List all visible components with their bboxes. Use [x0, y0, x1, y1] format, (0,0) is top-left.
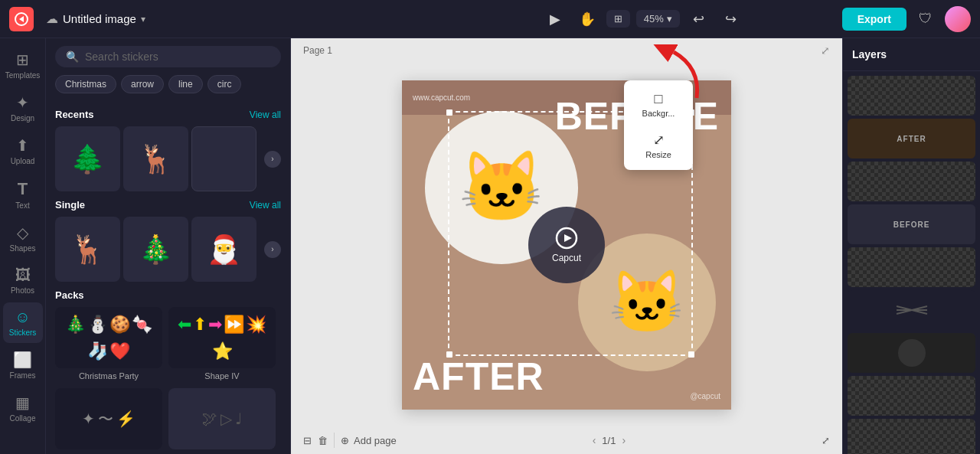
shapes-icon: ◇	[17, 224, 28, 242]
layer-item[interactable]	[848, 290, 975, 330]
sticker-reindeer-2[interactable]: 🦌	[55, 217, 120, 282]
pack-grid-2: ✦ 〜 ⚡ INS Creative Graphics 🕊 ▷ ♩ Black …	[55, 388, 281, 454]
layers-panel: Layers AFTER BEFORE	[842, 38, 980, 454]
title-chevron[interactable]: ▾	[141, 14, 145, 24]
packs-title: Packs	[55, 289, 84, 301]
pack-ins[interactable]: ✦ 〜 ⚡ INS Creative Graphics	[55, 388, 162, 454]
layer-item[interactable]: BEFORE	[848, 204, 975, 244]
delete-btn[interactable]: 🗑	[318, 435, 328, 446]
layout-icon: ⊞	[614, 13, 622, 24]
sticker-scroll[interactable]: Recents View all 🌲 🦌 › Single View all 🦌…	[46, 101, 290, 454]
single-view-all[interactable]: View all	[250, 200, 281, 211]
layer-item[interactable]	[848, 247, 975, 287]
search-wrapper[interactable]: 🔍	[55, 46, 281, 67]
photos-icon: 🖼	[15, 266, 31, 284]
add-page-btn[interactable]: ⊕ Add page	[341, 435, 397, 446]
tag-arrow[interactable]: arrow	[121, 75, 164, 93]
expand-icon: ⤢	[822, 435, 830, 446]
layers-title: Layers	[852, 48, 887, 60]
resize-footer-btn[interactable]: ⤢	[822, 435, 830, 446]
layer-item[interactable]	[848, 162, 975, 201]
sticker-reindeer[interactable]: 🦌	[123, 126, 188, 191]
sidebar-item-frames[interactable]: ⬜ Frames	[3, 345, 43, 386]
sidebar-item-photos[interactable]: 🖼 Photos	[3, 260, 43, 301]
tag-line[interactable]: line	[168, 75, 203, 93]
single-title: Single	[55, 199, 85, 211]
template-icon: ⊟	[303, 435, 312, 446]
layer-item[interactable]	[848, 376, 975, 416]
select-tool[interactable]: ▶	[542, 6, 568, 32]
sticker-tree-2[interactable]: 🎄	[123, 217, 188, 282]
cloud-icon: ☁	[46, 11, 58, 26]
sticker-santa[interactable]: 🎅	[191, 217, 256, 282]
sticker-empty[interactable]	[191, 126, 256, 191]
canvas-header: Page 1 ⤢	[291, 38, 842, 63]
app-logo[interactable]	[9, 7, 34, 31]
sticker-tree[interactable]: 🌲	[55, 126, 120, 191]
export-button[interactable]: Export	[842, 8, 906, 31]
plus-icon: ⊕	[341, 435, 349, 446]
resize-icon: ⤢	[653, 132, 665, 149]
sidebar-icons: ⊞ Templates ✦ Design ⬆ Upload T Text ◇ S…	[0, 38, 46, 454]
sidebar-label-photos: Photos	[11, 286, 34, 295]
page-nav: ‹ 1/1 ›	[593, 434, 626, 446]
tag-christmas[interactable]: Christmas	[55, 75, 116, 93]
single-next[interactable]: ›	[264, 241, 281, 258]
capcut-label: Capcut	[552, 253, 581, 263]
background-popup-item[interactable]: □ Backgr...	[629, 85, 688, 124]
search-input[interactable]	[85, 51, 270, 63]
single-header: Single View all	[55, 199, 281, 211]
tag-circle[interactable]: circ	[207, 75, 242, 93]
next-page-btn[interactable]: ›	[622, 434, 626, 446]
footer-divider	[334, 433, 335, 448]
sidebar-item-text[interactable]: T Text	[3, 173, 43, 216]
canvas-footer: ⊟ 🗑 ⊕ Add page ‹ 1/1 › ⤢	[291, 426, 842, 454]
pack-black[interactable]: 🕊 ▷ ♩ Black Imagination	[168, 388, 276, 454]
layer-item[interactable]	[848, 76, 975, 116]
layer-item[interactable]	[848, 419, 975, 454]
zoom-value: 45%	[644, 13, 664, 24]
sidebar-item-collage[interactable]: ▦ Collage	[3, 387, 43, 429]
sidebar-item-design[interactable]: ✦ Design	[3, 87, 43, 129]
layer-item[interactable]: AFTER	[848, 119, 975, 158]
search-bar: 🔍	[46, 38, 290, 75]
templates-icon: ⊞	[16, 51, 29, 69]
layers-list[interactable]: AFTER BEFORE	[843, 71, 980, 454]
recents-view-all[interactable]: View all	[250, 109, 281, 120]
zoom-control[interactable]: 45% ▾	[636, 10, 680, 28]
pack-shape4[interactable]: ⬅ ⬆ ➡ ⏩ 💥 ⭐ Shape IV	[168, 307, 276, 381]
pack-grid: 🎄 ⛄ 🍪 🍬 🧦 ❤️ Christmas Party ⬅ ⬆ ➡ ⏩	[55, 307, 281, 381]
hand-tool[interactable]: ✋	[574, 6, 600, 32]
shield-icon[interactable]: 🛡	[913, 6, 939, 32]
avatar[interactable]	[945, 6, 971, 32]
pack-christmas[interactable]: 🎄 ⛄ 🍪 🍬 🧦 ❤️ Christmas Party	[55, 307, 162, 381]
sidebar-item-templates[interactable]: ⊞ Templates	[3, 44, 43, 86]
after-text: AFTER	[413, 354, 544, 399]
sidebar-label-design: Design	[11, 114, 34, 122]
upload-icon: ⬆	[16, 136, 29, 155]
filter-tags: Christmas arrow line circ	[46, 75, 290, 101]
footer-left: ⊟ 🗑 ⊕ Add page	[303, 433, 397, 448]
resize-popup-item[interactable]: ⤢ Resize	[629, 126, 688, 165]
recents-title: Recents	[55, 109, 94, 120]
template-btn[interactable]: ⊟	[303, 435, 312, 446]
sidebar-label-collage: Collage	[10, 414, 36, 423]
prev-page-btn[interactable]: ‹	[593, 434, 596, 446]
layer-item[interactable]	[848, 333, 975, 373]
layer-before-label: BEFORE	[893, 220, 930, 229]
sidebar-item-upload[interactable]: ⬆ Upload	[3, 130, 43, 171]
sidebar-item-stickers[interactable]: ☺ Stickers	[3, 302, 43, 343]
redo-btn[interactable]: ↪	[718, 6, 744, 32]
search-icon: 🔍	[66, 51, 79, 63]
resize-label: Resize	[645, 150, 671, 159]
recents-next[interactable]: ›	[264, 151, 281, 168]
undo-btn[interactable]: ↩	[686, 6, 712, 32]
layout-tool[interactable]: ⊞	[606, 10, 630, 28]
single-row: 🦌 🎄 🎅 ›	[55, 217, 281, 282]
sidebar-item-shapes[interactable]: ◇ Shapes	[3, 217, 43, 259]
design-icon: ✦	[16, 93, 29, 112]
handle-text: @capcut	[690, 392, 720, 400]
fullscreen-icon[interactable]: ⤢	[821, 44, 830, 57]
canvas-workspace[interactable]: www.capcut.com BEFORE AFTER @capcut 🐱 🐱	[291, 63, 842, 426]
project-title[interactable]: Untitled image	[63, 12, 136, 25]
